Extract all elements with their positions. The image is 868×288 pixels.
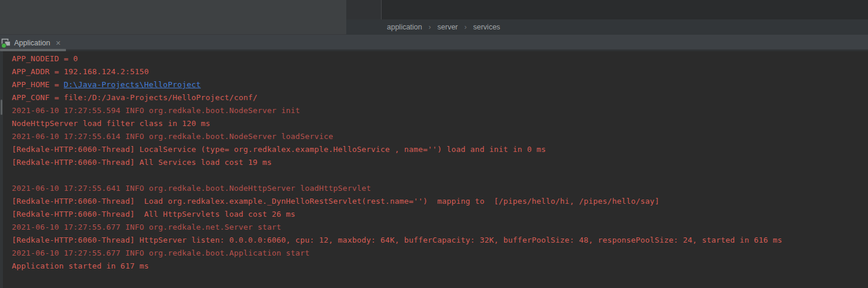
editor-top-strip	[346, 0, 868, 19]
console-line: APP_CONF = file:/D:/Java-Projects/HelloP…	[12, 91, 868, 104]
log-text: 2021-06-10 17:27:55.677 INFO org.redkale…	[12, 223, 281, 231]
console-line: [Redkale-HTTP:6060-Thread] All Services …	[12, 156, 868, 169]
breadcrumb-separator-icon: ›	[465, 23, 467, 31]
console-line: APP_NODEID = 0	[12, 52, 868, 65]
log-text: Application started in 617 ms	[12, 261, 149, 270]
console-line: 2021-06-10 17:27:55.614 INFO org.redkale…	[12, 130, 868, 143]
console-line: 2021-06-10 17:27:55.641 INFO org.redkale…	[12, 182, 868, 195]
log-text: 2021-06-10 17:27:55.594 INFO org.redkale…	[12, 106, 300, 115]
log-text: APP_HOME =	[12, 80, 64, 89]
console-line: NodeHttpServer load filter class in 120 …	[12, 117, 868, 130]
console-line: Application started in 617 ms	[12, 260, 868, 273]
console-line: 2021-06-10 17:27:55.677 INFO org.redkale…	[12, 221, 868, 234]
console-output[interactable]: APP_NODEID = 0APP_ADDR = 192.168.124.2:5…	[12, 52, 868, 273]
console-gutter	[0, 51, 3, 288]
console-line: [Redkale-HTTP:6060-Thread] Load org.redk…	[12, 195, 868, 208]
running-green-dot	[2, 44, 6, 48]
console-panel: APP_NODEID = 0APP_ADDR = 192.168.124.2:5…	[0, 51, 868, 288]
run-tab-bar: Application ✕	[0, 35, 868, 51]
log-text: [Redkale-HTTP:6060-Thread] All HttpServl…	[12, 210, 296, 219]
log-text: [Redkale-HTTP:6060-Thread] LocalService …	[12, 145, 546, 154]
breadcrumb: application›server›services	[346, 19, 868, 35]
log-text: 2021-06-10 17:27:55.614 INFO org.redkale…	[12, 132, 333, 141]
console-line: [Redkale-HTTP:6060-Thread] All HttpServl…	[12, 208, 868, 221]
file-link[interactable]: D:\Java-Projects\HelloProject	[64, 80, 201, 89]
editor-split-divider	[346, 0, 382, 19]
log-text: [Redkale-HTTP:6060-Thread] Load org.redk…	[12, 197, 660, 206]
close-icon[interactable]: ✕	[55, 39, 61, 47]
console-line: APP_HOME = D:\Java-Projects\HelloProject	[12, 78, 868, 91]
log-text: APP_NODEID = 0	[12, 54, 78, 63]
log-text: NodeHttpServer load filter class in 120 …	[12, 119, 210, 128]
log-text: APP_ADDR = 192.168.124.2:5150	[12, 67, 149, 76]
top-left-panel	[0, 0, 346, 35]
tab-label: Application	[14, 39, 50, 47]
console-icon	[1, 38, 11, 48]
console-line: APP_ADDR = 192.168.124.2:5150	[12, 65, 868, 78]
console-line: [Redkale-HTTP:6060-Thread] LocalService …	[12, 143, 868, 156]
log-text: 2021-06-10 17:27:55.677 INFO org.redkale…	[12, 249, 310, 257]
console-line: [Redkale-HTTP:6060-Thread] HttpServer li…	[12, 234, 868, 247]
console-line: 2021-06-10 17:27:55.594 INFO org.redkale…	[12, 104, 868, 117]
log-text: 2021-06-10 17:27:55.641 INFO org.redkale…	[12, 184, 371, 193]
breadcrumb-item-services[interactable]: services	[473, 23, 501, 31]
log-text: APP_CONF = file:/D:/Java-Projects/HelloP…	[12, 93, 257, 102]
log-text: [Redkale-HTTP:6060-Thread] All Services …	[12, 158, 271, 167]
breadcrumb-item-application[interactable]: application	[387, 23, 422, 31]
console-line	[12, 169, 868, 182]
console-line: 2021-06-10 17:27:55.677 INFO org.redkale…	[12, 247, 868, 260]
scrollbar-thumb[interactable]	[1, 100, 2, 115]
breadcrumb-item-server[interactable]: server	[438, 23, 458, 31]
breadcrumb-separator-icon: ›	[429, 23, 431, 31]
log-text: [Redkale-HTTP:6060-Thread] HttpServer li…	[12, 236, 782, 244]
ide-window: application›server›services Application …	[0, 0, 868, 288]
